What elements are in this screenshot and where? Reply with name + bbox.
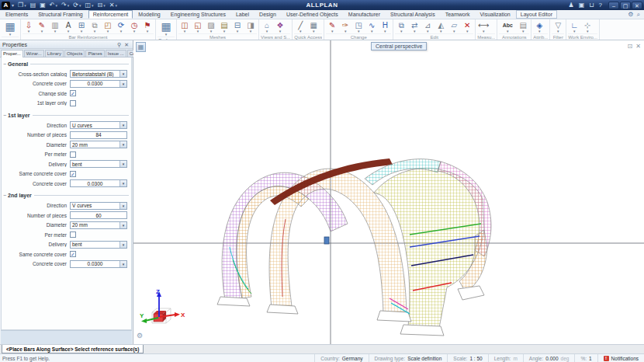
mesh-label-icon[interactable]: ▨▾ — [205, 20, 217, 33]
concrete-cover-dropdown[interactable]: 0.0300▾ — [70, 80, 127, 88]
tools-icon[interactable]: ✕▾ — [108, 1, 119, 9]
area-reinforce-icon[interactable]: ◰▾ — [102, 20, 114, 33]
save-icon[interactable]: ▣ — [38, 1, 47, 9]
panel-close-icon[interactable]: ✕ — [123, 42, 130, 47]
prefab-element-icon[interactable]: ▦▾ — [158, 20, 175, 37]
bar-label-icon[interactable]: A▾ — [62, 20, 74, 33]
menu-tab-design[interactable]: Design — [254, 10, 281, 19]
height-edit-icon[interactable]: H▾ — [379, 20, 391, 33]
direction-dropdown[interactable]: U curves▾ — [70, 121, 127, 129]
chevron-down-icon[interactable]: ▾ — [119, 122, 126, 128]
panel-tab-library[interactable]: Library — [45, 50, 64, 57]
marker-icon[interactable]: ⚑▾ — [141, 20, 154, 33]
axis-setup-icon[interactable]: ∟▾ — [568, 20, 580, 33]
pin-icon[interactable]: ⚲ — [116, 42, 123, 47]
chevron-down-icon[interactable]: ▾ — [119, 71, 126, 77]
chevron-down-icon[interactable]: ▾ — [119, 242, 126, 248]
section-header-2nd-layer[interactable]: −2nd layer — [3, 192, 129, 200]
collapse-icon[interactable]: − — [3, 193, 6, 198]
place-bar-shape-icon[interactable]: ▦▾ — [2, 20, 19, 37]
viewport-settings-gear-icon[interactable]: ⚙ — [137, 332, 143, 339]
modify-icon[interactable]: ✎▾ — [326, 20, 338, 33]
align-icon[interactable]: ◭▾ — [435, 20, 447, 33]
delivery-dropdown[interactable]: bent▾ — [70, 241, 127, 249]
menu-tab-teamwork[interactable]: Teamwork — [441, 10, 475, 19]
viewport-window-icon[interactable]: ▦ — [136, 42, 146, 52]
search-icon[interactable]: ⌕ — [637, 12, 640, 18]
cross-section-catalog-dropdown[interactable]: Betonstabstahl (B)▾ — [70, 70, 127, 78]
same-concrete-cover-checkbox[interactable]: ✓ — [70, 171, 76, 177]
layers-window-icon[interactable]: ⊟▾ — [96, 1, 107, 9]
concrete-cover-dropdown[interactable]: 0.0300▾ — [70, 179, 127, 187]
panel-tab-wizar[interactable]: Wizar... — [24, 50, 44, 57]
mesh-bars-icon[interactable]: ▥▾ — [49, 20, 61, 33]
mesh-area-icon[interactable]: ◨▾ — [244, 20, 257, 33]
diameter-dropdown[interactable]: 20 mm▾ — [70, 141, 127, 148]
line-icon[interactable]: ╱▾ — [294, 20, 306, 33]
menu-tab-visualization[interactable]: Visualization — [476, 10, 515, 19]
chevron-down-icon[interactable]: ▾ — [119, 203, 126, 209]
per-meter-checkbox[interactable] — [70, 231, 76, 238]
workspace-icon[interactable]: ⊹▾ — [581, 20, 594, 33]
menu-tab-manufacturer[interactable]: Manufacturer — [344, 10, 385, 19]
close-button[interactable]: ✕ — [632, 2, 642, 9]
mirror-icon[interactable]: ⊿▾ — [421, 20, 434, 33]
stretch-icon[interactable]: ▱▾ — [448, 20, 460, 33]
text-annotation-icon[interactable]: Abc▾ — [499, 20, 516, 33]
allplan-logo-icon[interactable]: A — [2, 2, 10, 9]
mesh-edit-icon[interactable]: ⊟▾ — [231, 20, 244, 33]
pin-edit-icon[interactable]: ✑▾ — [339, 20, 351, 33]
copy-icon[interactable]: ⧉▾ — [395, 20, 407, 33]
view-icon[interactable]: ⌂▾ — [261, 20, 273, 33]
collapse-icon[interactable]: − — [3, 113, 6, 118]
viewport-canvas[interactable]: Z Y X ▦ ⊡ ✕ Central perspective ⚙ — [133, 40, 644, 344]
delete-icon[interactable]: ✕▾ — [461, 20, 473, 33]
notifications-item[interactable]: ! Notifications — [597, 354, 644, 362]
refresh-icon[interactable]: ⟳▾ — [71, 1, 82, 9]
panel-tab-proper[interactable]: Proper... — [1, 50, 23, 57]
gallery-icon[interactable]: ▣ — [577, 2, 587, 9]
window-copy-icon[interactable]: ◫▾ — [83, 1, 95, 9]
attributes-icon[interactable]: ◈▾ — [533, 20, 545, 33]
chevron-down-icon[interactable]: ▾ — [119, 141, 126, 148]
restore-button[interactable]: ▢ — [620, 2, 631, 9]
sweep-bars-icon[interactable]: ◷▾ — [128, 20, 140, 33]
viewport-close-icon[interactable]: ✕ — [635, 43, 641, 50]
active-task-tab[interactable]: <Place Bars Along Surface> Select refere… — [2, 345, 144, 353]
project-open-icon[interactable]: ❐▾ — [16, 1, 28, 9]
viewport-float-icon[interactable]: ⊡ — [628, 43, 633, 50]
measure-icon[interactable]: ⟷▾ — [477, 20, 490, 33]
1st-layer-only-checkbox[interactable] — [70, 100, 76, 106]
chevron-down-icon[interactable]: ▾ — [119, 222, 126, 228]
per-meter-checkbox[interactable] — [70, 151, 76, 158]
redo-icon[interactable]: ↷▾ — [60, 1, 71, 9]
direction-dropdown[interactable]: V curves▾ — [70, 202, 127, 210]
bar-pencil-icon[interactable]: ✎▾ — [36, 20, 48, 33]
concrete-cover-dropdown[interactable]: 0.0300▾ — [70, 260, 127, 268]
properties-edit-icon[interactable]: ◳▾ — [352, 20, 365, 33]
same-concrete-cover-checkbox[interactable]: ✓ — [70, 251, 76, 257]
undo-icon[interactable]: ↶▾ — [48, 1, 59, 9]
diameter-dropdown[interactable]: 20 mm▾ — [70, 221, 127, 229]
account-icon[interactable]: ♟ — [567, 2, 576, 9]
bar-table-icon[interactable]: ⊞▾ — [75, 20, 88, 33]
mesh-place-icon[interactable]: ◫▾ — [178, 20, 191, 33]
grid-icon[interactable]: ▦▾ — [307, 20, 320, 33]
move-icon[interactable]: ⇄▾ — [408, 20, 421, 33]
collapse-icon[interactable]: − — [3, 61, 6, 67]
chevron-down-icon[interactable]: ▾ — [119, 180, 126, 186]
stirrup-icon[interactable]: ⇩▾ — [23, 20, 35, 33]
menu-tab-structural-framing[interactable]: Structural Framing — [33, 10, 88, 19]
mesh-list-icon[interactable]: ▤▾ — [218, 20, 230, 33]
bar-copy-icon[interactable]: ⧉▾ — [88, 20, 101, 33]
menu-tab-user-defined-objects[interactable]: User-Defined Objects — [282, 10, 343, 19]
menu-tab-label[interactable]: Label — [231, 10, 254, 19]
help-icon[interactable]: ? — [597, 2, 604, 9]
note-icon[interactable]: ▤▾ — [517, 20, 529, 33]
chevron-down-icon[interactable]: ▾ — [119, 81, 126, 87]
menu-tab-modeling[interactable]: Modeling — [133, 10, 164, 19]
section-header-1st-layer[interactable]: −1st layer — [3, 111, 129, 119]
curve-edit-icon[interactable]: ∿▾ — [365, 20, 378, 33]
gear-icon[interactable]: ⚙ — [628, 12, 633, 18]
menu-tab-layout-editor[interactable]: Layout Editor — [516, 10, 557, 19]
